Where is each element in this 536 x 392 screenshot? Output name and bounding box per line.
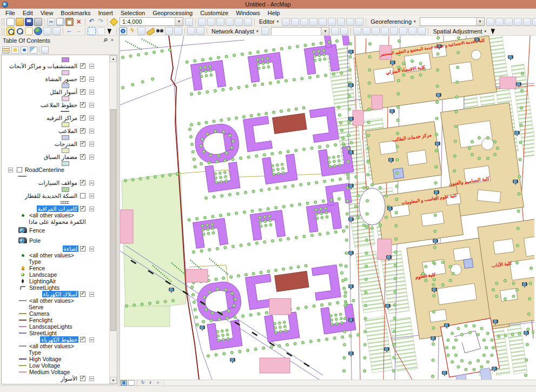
legend-label[interactable]: Landscape	[29, 271, 57, 278]
network-identify-icon[interactable]	[340, 27, 348, 35]
layer-name[interactable]: الأسوار	[59, 375, 78, 382]
generalize-icon[interactable]	[390, 27, 398, 35]
layer-visibility-checkbox[interactable]	[80, 291, 85, 297]
georeferencing-dropdown[interactable]: Georeferencing▾	[368, 18, 418, 25]
zoom-out-icon[interactable]	[16, 27, 24, 35]
go-to-xy-icon[interactable]	[174, 27, 182, 35]
map-canvas[interactable]: كلية الخدمة الاجتماعية و عمادة خدمة المج…	[120, 36, 534, 380]
menu-geoprocessing[interactable]: Geoprocessing	[149, 10, 196, 16]
layer-name[interactable]: RoadCenterline	[24, 167, 65, 173]
build-network-icon[interactable]	[331, 27, 339, 35]
layer-visibility-checkbox[interactable]	[80, 115, 85, 121]
legend-label[interactable]: Type	[29, 349, 41, 356]
options-icon[interactable]	[41, 46, 49, 54]
zoom-in-icon[interactable]	[6, 27, 15, 35]
link-table-icon[interactable]	[523, 18, 531, 26]
legend-label[interactable]: Medium Voltage	[29, 369, 70, 375]
rotate-tool-icon[interactable]	[309, 18, 317, 26]
full-extent-icon[interactable]	[34, 27, 42, 35]
find-route-icon[interactable]	[165, 27, 173, 35]
collapse-icon[interactable]	[89, 142, 94, 147]
smooth-icon[interactable]	[399, 27, 407, 35]
model-builder-icon[interactable]	[226, 18, 234, 26]
collapse-icon[interactable]	[89, 337, 94, 342]
delete-icon[interactable]	[75, 18, 83, 26]
layer-visibility-checkbox[interactable]	[80, 141, 85, 147]
fit-to-display-icon[interactable]	[505, 18, 513, 26]
layer-visibility-checkbox[interactable]	[17, 167, 22, 172]
georef-layer-combo[interactable]	[420, 17, 485, 26]
menu-customize[interactable]: Customize	[196, 10, 232, 16]
layer-visibility-checkbox[interactable]	[80, 154, 85, 160]
select-elements-icon[interactable]	[106, 27, 114, 35]
list-by-selection-icon[interactable]	[30, 46, 37, 54]
layer-symbol-swatch[interactable]	[62, 161, 69, 166]
layer-name[interactable]: الملاعب	[57, 128, 78, 134]
align-edge-icon[interactable]	[381, 27, 389, 35]
layer-symbol-line[interactable]	[18, 176, 27, 177]
schematics-icon[interactable]	[244, 18, 252, 26]
list-by-source-icon[interactable]	[11, 46, 19, 54]
redo-icon[interactable]	[97, 18, 105, 26]
editor-dropdown[interactable]: Editor▾	[257, 18, 281, 25]
fixed-zoom-out-icon[interactable]	[52, 27, 61, 35]
collapse-icon[interactable]	[89, 64, 94, 69]
layer-name[interactable]: جسور المشاة	[44, 76, 78, 82]
layer-symbol-railroad[interactable]	[61, 201, 69, 204]
reshape-edge-icon[interactable]	[372, 27, 380, 35]
menu-bookmarks[interactable]: Bookmarks	[57, 10, 94, 16]
layer-name[interactable]: مضمار السباق	[43, 154, 78, 160]
collapse-icon[interactable]	[89, 116, 94, 121]
legend-label[interactable]: <all other values>	[29, 297, 74, 304]
legend-label[interactable]: Low Voltage	[29, 362, 60, 369]
sketch-properties-icon[interactable]	[328, 18, 336, 26]
layer-visibility-checkbox[interactable]	[80, 63, 85, 69]
layer-name[interactable]: المستشفيات و مراكز الأبحاث	[8, 63, 78, 69]
list-by-drawing-order-icon[interactable]	[2, 46, 10, 54]
select-features-icon[interactable]	[88, 27, 96, 35]
layer-name[interactable]: أسوار الفلل	[49, 89, 78, 95]
add-data-icon[interactable]	[110, 18, 118, 26]
edit-sketch-icon[interactable]	[185, 18, 193, 26]
attributes-icon[interactable]	[319, 18, 327, 26]
save-icon[interactable]	[25, 18, 33, 26]
fixed-zoom-in-icon[interactable]	[43, 27, 51, 35]
layer-name[interactable]: مراكز الترفيه	[45, 115, 78, 121]
collapse-icon[interactable]	[8, 168, 13, 172]
layer-name[interactable]: خطوط الكهرباء	[40, 336, 78, 343]
layer-name[interactable]: المدرجات	[54, 141, 78, 147]
add-control-points-icon[interactable]	[514, 18, 522, 26]
toc-scrollbar[interactable]: ▲ ▼	[109, 55, 117, 384]
layer-visibility-checkbox[interactable]	[80, 206, 85, 211]
legend-label[interactable]: Pole	[29, 237, 41, 244]
transformation-icon[interactable]	[532, 18, 536, 26]
legend-label[interactable]: <all other values>	[29, 252, 74, 258]
layer-name[interactable]: إضاءة	[63, 245, 78, 252]
legend-label[interactable]: StreetLights	[29, 284, 59, 291]
scroll-up-icon[interactable]: ▲	[110, 55, 117, 62]
split-tool-icon[interactable]	[300, 18, 308, 26]
menu-selection[interactable]: Selection	[117, 10, 149, 16]
shift-raster-icon[interactable]	[495, 18, 504, 26]
collapse-icon[interactable]	[89, 155, 94, 160]
legend-label[interactable]: Serve	[29, 304, 43, 310]
layer-symbol-swatch[interactable]	[62, 122, 69, 127]
legend-label[interactable]: High Voltage	[29, 356, 62, 362]
collapse-icon[interactable]	[89, 103, 94, 108]
cut-polygons-icon[interactable]	[337, 18, 345, 26]
paste-icon[interactable]	[65, 18, 74, 26]
pan-icon[interactable]	[25, 27, 33, 35]
find-icon[interactable]	[156, 27, 164, 35]
union-icon[interactable]	[355, 18, 363, 26]
list-by-visibility-icon[interactable]	[21, 46, 28, 54]
layer-symbol-swatch[interactable]	[62, 57, 69, 62]
scroll-down-icon[interactable]: ▼	[110, 377, 117, 384]
legend-label[interactable]: StreetLight	[29, 330, 57, 336]
layer-visibility-checkbox[interactable]	[80, 337, 85, 342]
legend-label[interactable]: Camera	[29, 310, 49, 317]
menu-file[interactable]: File	[2, 10, 19, 16]
menu-edit[interactable]: Edit	[19, 10, 37, 16]
legend-label[interactable]: <all other values>	[29, 212, 74, 218]
table-icon[interactable]	[198, 18, 206, 26]
edit-arrow-icon[interactable]	[282, 18, 290, 26]
